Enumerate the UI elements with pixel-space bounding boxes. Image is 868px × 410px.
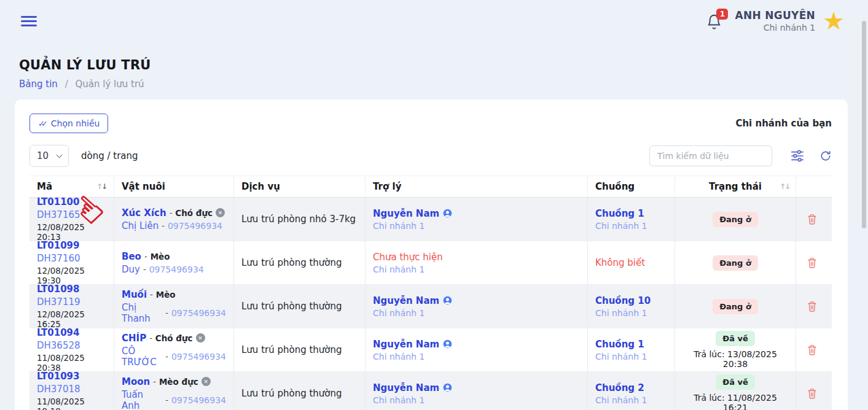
cell-actions (796, 372, 828, 410)
assistant-link[interactable]: Nguyễn Nam (373, 208, 439, 219)
owner-link[interactable]: Duy (122, 264, 140, 275)
table-row: LT01093 DH37018 11/08/2025 19:18 Moon - … (29, 372, 832, 410)
cell-service: Lưu trú phòng thường (234, 241, 366, 284)
rows-per-page-value: 10 (37, 150, 49, 161)
phone-link[interactable]: 0975496934 (171, 308, 226, 318)
cage-branch-link[interactable]: Chi nhánh 1 (595, 352, 667, 362)
cage-link[interactable]: Chuồng 2 (595, 382, 667, 393)
owner-link[interactable]: Tuấn Anh (122, 389, 162, 410)
pet-name-link[interactable]: Muối (122, 289, 147, 300)
assistant-link[interactable]: Nguyễn Nam (373, 295, 439, 306)
pet-type: Mèo (151, 252, 170, 261)
owner-link[interactable]: Chị Liên (122, 220, 158, 231)
sort-icon[interactable]: ↑↓ (96, 182, 106, 191)
delete-icon[interactable] (807, 344, 817, 356)
rows-per-page-select[interactable]: 10 (29, 145, 69, 167)
assistant-link[interactable]: Chưa thực hiện (373, 252, 443, 263)
search-input[interactable] (649, 145, 772, 166)
booking-code-link[interactable]: LT01100 (37, 196, 106, 207)
assistant-branch-link[interactable]: Chi nhánh 1 (373, 352, 580, 362)
created-datetime: 12/08/2025 19:30 (37, 266, 106, 285)
breadcrumb-home-link[interactable]: Bảng tin (19, 79, 58, 90)
phone-link[interactable]: 0975496934 (149, 265, 204, 274)
assistant-link[interactable]: Nguyễn Nam (373, 339, 439, 350)
cell-assistant: Nguyễn Nam Chi nhánh 1 (366, 285, 588, 328)
order-code-link[interactable]: DH37160 (37, 253, 106, 264)
cage-link[interactable]: Chuồng 1 (595, 208, 667, 219)
cage-link[interactable]: Không biết (595, 257, 667, 268)
cell-cage: Chuồng 2 Chi nhánh 1 (588, 372, 675, 410)
chevron-down-icon (57, 152, 63, 158)
cage-link[interactable]: Chuồng 1 (595, 339, 667, 350)
owner-link[interactable]: Chị Thanh (122, 302, 162, 324)
cell-code: LT01100 DH37165 12/08/2025 20:13 (29, 198, 114, 241)
booking-code-link[interactable]: LT01093 (37, 371, 106, 382)
sort-icon[interactable]: ↑↓ (780, 182, 789, 191)
cell-assistant: Nguyễn Nam Chi nhánh 1 (366, 372, 588, 410)
order-code-link[interactable]: DH36528 (37, 340, 106, 351)
return-time: Trả lúc: 11/08/2025 16:21 (682, 393, 788, 410)
status-badge: Đang ở (713, 212, 758, 227)
delete-icon[interactable] (807, 214, 817, 225)
order-code-link[interactable]: DH37165 (37, 209, 106, 220)
created-datetime: 12/08/2025 20:13 (37, 222, 106, 242)
pet-name-link[interactable]: Xúc Xích (122, 207, 166, 219)
cell-pet: Xúc Xích - Chó đực ✕ Chị Liên - 09754969… (114, 198, 234, 241)
cage-branch-link[interactable]: Chi nhánh 1 (595, 308, 667, 318)
assistant-branch-link[interactable]: Chi nhánh 1 (373, 395, 580, 405)
service-name: Lưu trú phòng nhỏ 3-7kg (241, 214, 358, 225)
content-card: ✓✓ Chọn nhiều Chi nhánh của bạn 10 dòng … (15, 99, 848, 410)
cell-status: Đang ở (675, 198, 796, 241)
table-row: LT01098 DH37119 12/08/2025 16:25 Muối - … (29, 285, 832, 328)
assistant-branch-link[interactable]: Chi nhánh 1 (373, 265, 580, 274)
pet-type: Mèo đực (159, 377, 198, 387)
person-icon (443, 383, 452, 392)
assistant-link[interactable]: Nguyễn Nam (373, 382, 439, 393)
owner-link[interactable]: CÔ TRƯỚC (122, 346, 162, 368)
column-header-status[interactable]: Trạng thái ↑↓ (675, 176, 796, 197)
order-code-link[interactable]: DH37119 (37, 296, 106, 308)
cell-assistant: Nguyễn Nam Chi nhánh 1 (366, 328, 588, 371)
cell-pet: Muối - Mèo Chị Thanh - 0975496934 (114, 285, 234, 328)
order-code-link[interactable]: DH37018 (37, 384, 106, 395)
menu-icon[interactable] (21, 16, 37, 29)
booking-code-link[interactable]: LT01098 (37, 284, 106, 295)
pet-name-link[interactable]: CHÍP (122, 333, 146, 344)
cell-actions (796, 198, 828, 241)
cage-branch-link[interactable]: Chi nhánh 1 (595, 395, 667, 405)
booking-code-link[interactable]: LT01099 (37, 240, 106, 251)
favorite-star-icon[interactable]: ★ (823, 9, 845, 33)
user-menu[interactable]: ANH NGUYÊN Chi nhánh 1 (735, 9, 815, 33)
pet-name-link[interactable]: Beo (122, 251, 141, 262)
column-header-actions (796, 176, 828, 197)
cage-branch-link[interactable]: Chi nhánh 1 (595, 221, 667, 231)
phone-link[interactable]: 0975496934 (171, 395, 226, 405)
cell-status: Đã về Trả lúc: 11/08/2025 16:21 (675, 372, 796, 410)
booking-code-link[interactable]: LT01094 (37, 327, 106, 338)
phone-link[interactable]: 0975496934 (168, 221, 222, 231)
assistant-branch-link[interactable]: Chi nhánh 1 (373, 308, 580, 318)
refresh-icon[interactable] (819, 150, 832, 162)
assistant-branch-link[interactable]: Chi nhánh 1 (373, 221, 580, 231)
pet-name-link[interactable]: Moon (122, 376, 150, 387)
cell-service: Lưu trú phòng nhỏ 3-7kg (234, 198, 366, 241)
notification-bell[interactable]: 1 (706, 14, 722, 33)
bookings-table: Mã ↑↓ Vật nuôi Dịch vụ Trợ lý Chuồng Trạ… (29, 176, 832, 410)
filter-icon[interactable] (791, 150, 804, 162)
column-header-code[interactable]: Mã ↑↓ (29, 176, 114, 197)
delete-icon[interactable] (807, 301, 817, 312)
multi-select-button[interactable]: ✓✓ Chọn nhiều (29, 114, 108, 133)
pet-type: Chó đực (175, 208, 213, 218)
cell-actions (796, 328, 828, 371)
pet-type: Chó đực (155, 333, 193, 343)
phone-link[interactable]: 0975496934 (171, 352, 226, 362)
delete-icon[interactable] (807, 388, 817, 400)
pet-type: Mèo (156, 290, 176, 300)
delete-icon[interactable] (807, 257, 817, 269)
cell-assistant: Nguyễn Nam Chi nhánh 1 (366, 198, 588, 241)
rows-per-page-label: dòng / trang (81, 150, 138, 161)
cell-status: Đang ở (675, 285, 796, 328)
cell-cage: Chuồng 1 Chi nhánh 1 (588, 198, 675, 241)
scrollbar-thumb[interactable] (862, 21, 866, 228)
cage-link[interactable]: Chuồng 10 (595, 295, 667, 306)
